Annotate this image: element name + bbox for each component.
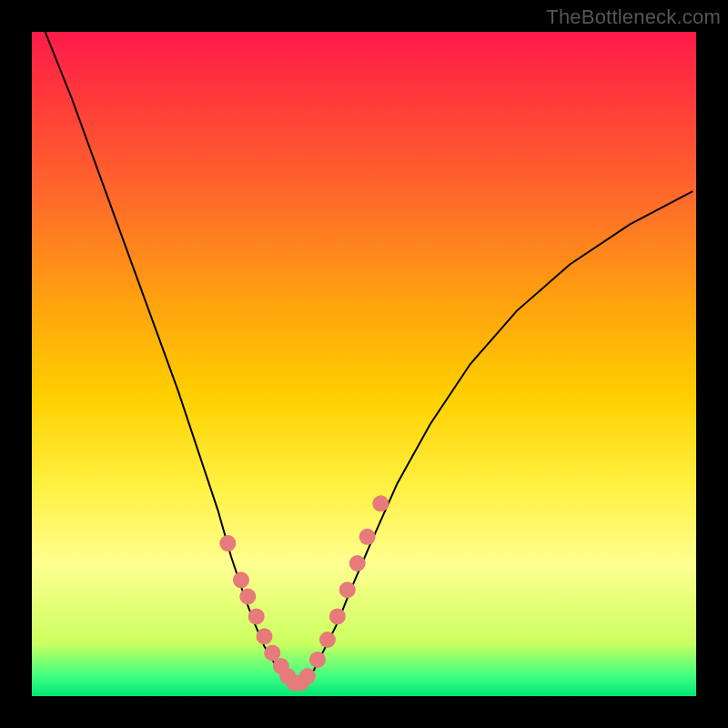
data-point [319,632,336,648]
data-point [359,529,376,545]
data-point [339,581,356,598]
data-point [219,535,236,551]
data-point [329,608,346,624]
data-point [349,555,366,571]
data-point [372,495,389,511]
data-point [257,628,273,644]
plot-area [32,32,696,696]
data-point [309,652,326,668]
watermark-text: TheBottleneck.com [546,5,721,29]
data-point [233,571,249,588]
left-curve [46,32,298,686]
right-curve [298,191,693,686]
data-point [239,589,256,605]
data-points-group [219,495,389,691]
data-point [299,668,316,684]
chart-frame: TheBottleneck.com [0,0,728,728]
chart-svg [32,32,696,696]
data-point [248,608,265,624]
